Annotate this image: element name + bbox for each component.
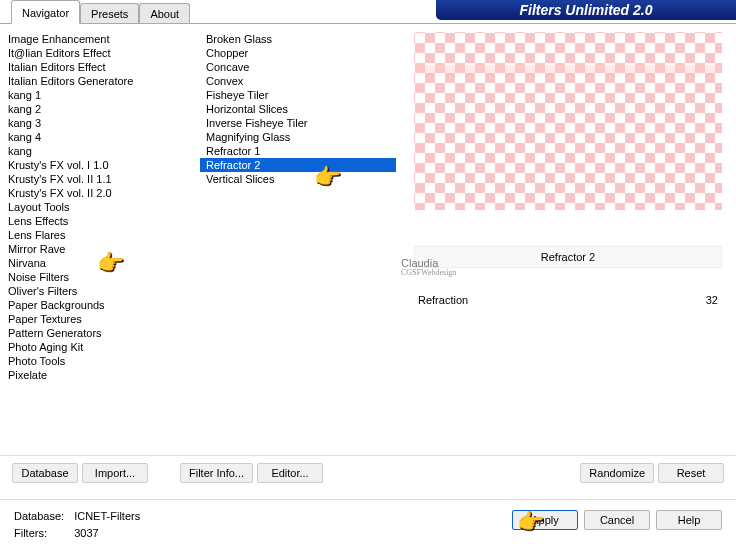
category-item[interactable]: Italian Editors Generatore: [2, 74, 198, 88]
filter-list[interactable]: Broken GlassChopperConcaveConvexFisheye …: [198, 24, 396, 455]
reset-button[interactable]: Reset: [658, 463, 724, 483]
param-label: Refraction: [418, 294, 468, 306]
category-item[interactable]: Krusty's FX vol. II 1.1: [2, 172, 198, 186]
filter-item[interactable]: Refractor 1: [200, 144, 396, 158]
category-item[interactable]: Pattern Generators: [2, 326, 198, 340]
category-item[interactable]: Mirror Rave: [2, 242, 198, 256]
category-item[interactable]: kang: [2, 144, 198, 158]
category-item[interactable]: Krusty's FX vol. II 2.0: [2, 186, 198, 200]
category-item[interactable]: Paper Backgrounds: [2, 298, 198, 312]
tab-presets[interactable]: Presets: [80, 3, 139, 24]
tab-navigator[interactable]: Navigator: [11, 0, 80, 24]
tab-bar: Navigator Presets About: [0, 0, 436, 24]
filter-item[interactable]: Refractor 2: [200, 158, 396, 172]
category-item[interactable]: kang 4: [2, 130, 198, 144]
filter-item[interactable]: Horizontal Slices: [200, 102, 396, 116]
filter-item[interactable]: Convex: [200, 74, 396, 88]
category-item[interactable]: Lens Effects: [2, 214, 198, 228]
filter-item[interactable]: Chopper: [200, 46, 396, 60]
category-item[interactable]: kang 2: [2, 102, 198, 116]
category-item[interactable]: Photo Tools: [2, 354, 198, 368]
import-button[interactable]: Import...: [82, 463, 148, 483]
category-item[interactable]: Krusty's FX vol. I 1.0: [2, 158, 198, 172]
category-item[interactable]: Pixelate: [2, 368, 198, 382]
category-item[interactable]: Noise Filters: [2, 270, 198, 284]
app-title: Filters Unlimited 2.0: [436, 0, 736, 20]
preview-image: [414, 32, 722, 210]
category-item[interactable]: Paper Textures: [2, 312, 198, 326]
filter-item[interactable]: Concave: [200, 60, 396, 74]
category-item[interactable]: Nirvana: [2, 256, 198, 270]
editor-button[interactable]: Editor...: [257, 463, 323, 483]
help-button[interactable]: Help: [656, 510, 722, 530]
category-item[interactable]: Oliver's Filters: [2, 284, 198, 298]
param-value: 32: [706, 294, 718, 306]
current-filter-title: Refractor 2: [414, 246, 722, 268]
randomize-button[interactable]: Randomize: [580, 463, 654, 483]
category-item[interactable]: Italian Editors Effect: [2, 60, 198, 74]
filter-item[interactable]: Broken Glass: [200, 32, 396, 46]
apply-button[interactable]: Apply: [512, 510, 578, 530]
filter-item[interactable]: Fisheye Tiler: [200, 88, 396, 102]
category-item[interactable]: Photo Aging Kit: [2, 340, 198, 354]
category-item[interactable]: Lens Flares: [2, 228, 198, 242]
filter-item[interactable]: Inverse Fisheye Tiler: [200, 116, 396, 130]
database-button[interactable]: Database: [12, 463, 78, 483]
category-item[interactable]: It@lian Editors Effect: [2, 46, 198, 60]
param-row: Refraction 32: [414, 294, 722, 306]
filter-item[interactable]: Vertical Slices: [200, 172, 396, 186]
category-item[interactable]: kang 3: [2, 116, 198, 130]
filter-info-button[interactable]: Filter Info...: [180, 463, 253, 483]
cancel-button[interactable]: Cancel: [584, 510, 650, 530]
tab-about[interactable]: About: [139, 3, 190, 24]
category-list[interactable]: Image EnhancementIt@lian Editors EffectI…: [0, 24, 198, 455]
category-item[interactable]: Image Enhancement: [2, 32, 198, 46]
filter-item[interactable]: Magnifying Glass: [200, 130, 396, 144]
category-item[interactable]: Layout Tools: [2, 200, 198, 214]
category-item[interactable]: kang 1: [2, 88, 198, 102]
footer-info: Database:ICNET-Filters Filters:3037: [12, 507, 142, 543]
